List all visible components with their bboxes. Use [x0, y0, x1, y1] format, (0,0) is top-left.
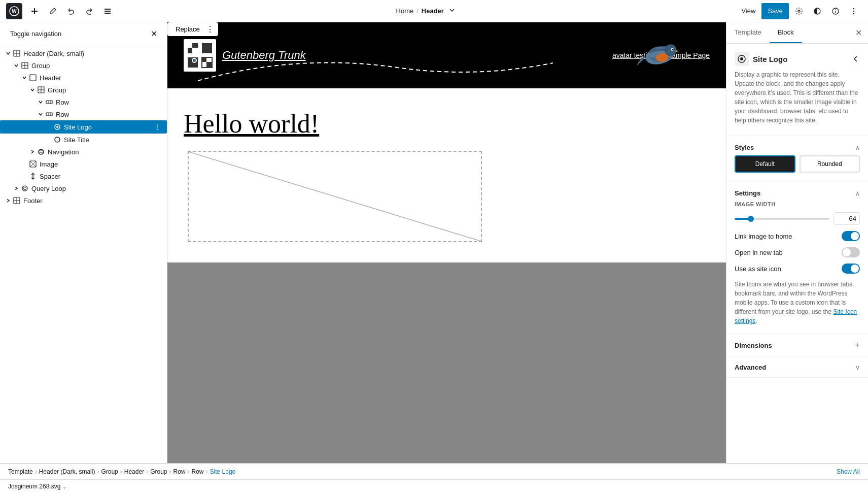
- breadcrumb-current[interactable]: Header: [422, 7, 444, 15]
- main-area: Toggle navigation ✕ Header (Dark, small)…: [0, 22, 868, 463]
- image-width-row: [735, 212, 860, 225]
- svg-rect-48: [188, 43, 192, 48]
- back-arrow-icon: [852, 55, 860, 63]
- link-image-home-row: Link image to home: [735, 231, 860, 241]
- expand-button-group-2[interactable]: [28, 86, 37, 94]
- item-label-spacer: Spacer: [40, 173, 60, 180]
- wp-logo[interactable]: W: [6, 3, 22, 19]
- info-button[interactable]: [827, 3, 844, 19]
- styles-section: Styles ∧ Default Rounded: [726, 136, 868, 181]
- theme-toggle-button[interactable]: [809, 3, 825, 19]
- breadcrumb-sep-2: ›: [120, 468, 122, 475]
- item-icon-site-logo: [53, 122, 62, 132]
- expand-button-header-dark-small[interactable]: [4, 49, 12, 57]
- image-width-input[interactable]: [834, 212, 860, 225]
- tree-item-group-2[interactable]: Group: [0, 84, 167, 96]
- font-bar-item[interactable]: Josgineum 268.svg ⌄: [8, 483, 66, 490]
- list-view-button[interactable]: [99, 3, 116, 19]
- svg-rect-24: [46, 101, 52, 104]
- svg-rect-27: [46, 113, 52, 116]
- svg-rect-51: [206, 62, 212, 68]
- use-site-icon-toggle[interactable]: [842, 264, 860, 274]
- undo-button[interactable]: [63, 3, 79, 19]
- tree-item-header-1[interactable]: Header: [0, 72, 167, 84]
- dimensions-section[interactable]: Dimensions +: [726, 334, 868, 357]
- styles-collapse-button[interactable]: ∧: [855, 144, 860, 151]
- settings-gear-button[interactable]: [791, 3, 807, 19]
- breadcrumb-item-3[interactable]: Header: [124, 468, 144, 475]
- link-image-toggle[interactable]: [842, 231, 860, 241]
- view-button[interactable]: View: [737, 5, 759, 17]
- tree-item-header-dark-small[interactable]: Header (Dark, small): [0, 47, 167, 59]
- bottom-font-bar: Josgineum 268.svg ⌄: [0, 479, 868, 493]
- settings-collapse-button[interactable]: ∧: [855, 190, 860, 197]
- canvas: Replace ⋮: [167, 22, 726, 463]
- toggle-navigation-button[interactable]: Toggle navigation: [6, 28, 65, 40]
- tree-item-site-title[interactable]: Site Title: [0, 134, 167, 146]
- breadcrumb-chevron-button[interactable]: [447, 6, 457, 16]
- tree-item-image[interactable]: Image: [0, 158, 167, 170]
- breadcrumb-item-5[interactable]: Row: [173, 468, 185, 475]
- dimensions-add-icon[interactable]: +: [854, 340, 860, 351]
- sidebar-close-button[interactable]: ✕: [147, 26, 161, 41]
- breadcrumb-sep-4: ›: [169, 468, 171, 475]
- image-width-slider[interactable]: [735, 218, 829, 220]
- item-label-site-logo: Site Logo: [64, 123, 92, 131]
- settings-label: Settings: [735, 189, 760, 197]
- advanced-section[interactable]: Advanced ∨: [726, 357, 868, 378]
- item-icon-header-1: [28, 73, 38, 82]
- expand-button-row-2[interactable]: [37, 110, 45, 118]
- save-button[interactable]: Save: [761, 3, 789, 19]
- tree-item-navigation[interactable]: Navigation: [0, 146, 167, 158]
- svg-point-11: [853, 8, 854, 9]
- breadcrumb-sep-3: ›: [146, 468, 148, 475]
- item-label-image: Image: [40, 160, 58, 168]
- expand-button-group-1[interactable]: [12, 61, 20, 70]
- breadcrumb-item-1[interactable]: Header (Dark, small): [39, 468, 95, 475]
- styles-row: Default Rounded: [735, 155, 860, 173]
- expand-button-header-1[interactable]: [20, 74, 28, 82]
- tree-item-row-1[interactable]: Row: [0, 96, 167, 108]
- breadcrumb-item-2[interactable]: Group: [101, 468, 118, 475]
- tree-item-group-1[interactable]: Group: [0, 59, 167, 72]
- expand-button-footer[interactable]: [4, 196, 12, 205]
- site-header: Gutenberg Trunk avatar testing Sample Pa…: [167, 22, 726, 88]
- item-label-header-1: Header: [40, 74, 61, 82]
- breadcrumb-item-6[interactable]: Row: [192, 468, 204, 475]
- replace-button[interactable]: Replace: [171, 24, 204, 34]
- add-block-button[interactable]: [26, 3, 43, 19]
- expand-button-site-logo: [45, 123, 53, 131]
- redo-button[interactable]: [81, 3, 97, 19]
- logo-area: Gutenberg Trunk: [184, 39, 306, 72]
- panel-close-button[interactable]: ✕: [849, 24, 868, 42]
- tree-item-row-2[interactable]: Row: [0, 108, 167, 120]
- breadcrumb-item-4[interactable]: Group: [150, 468, 167, 475]
- breadcrumb-item-7: Site Logo: [210, 468, 236, 475]
- style-default-button[interactable]: Default: [735, 155, 795, 173]
- expand-button-spacer: [20, 172, 28, 180]
- tree-item-footer[interactable]: Footer: [0, 194, 167, 207]
- bird-decoration: [635, 32, 685, 80]
- overflow-menu-button[interactable]: [846, 3, 862, 19]
- sidebar: Toggle navigation ✕ Header (Dark, small)…: [0, 22, 167, 463]
- item-icon-query-loop: [20, 184, 29, 193]
- tree-item-query-loop[interactable]: Query Loop: [0, 182, 167, 194]
- item-icon-row-1: [45, 97, 54, 107]
- tree-item-site-logo[interactable]: Site Logo⋮: [0, 120, 167, 134]
- expand-button-row-1[interactable]: [37, 98, 45, 106]
- expand-button-navigation[interactable]: [28, 148, 37, 156]
- tab-template[interactable]: Template: [726, 22, 770, 43]
- site-logo-image[interactable]: [184, 39, 216, 72]
- tree-item-spacer[interactable]: Spacer: [0, 170, 167, 182]
- show-all-button[interactable]: Show All: [837, 468, 860, 475]
- breadcrumb-home[interactable]: Home: [396, 7, 414, 15]
- breadcrumb-item-0[interactable]: Template: [8, 468, 33, 475]
- tab-block[interactable]: Block: [770, 22, 802, 43]
- item-label-site-title: Site Title: [64, 136, 89, 144]
- style-rounded-button[interactable]: Rounded: [800, 155, 860, 173]
- edit-button[interactable]: [45, 3, 61, 19]
- open-new-tab-toggle[interactable]: [842, 247, 860, 257]
- block-more-options-button[interactable]: ⋮: [206, 24, 214, 34]
- item-options-site-logo[interactable]: ⋮: [152, 122, 163, 132]
- expand-button-query-loop[interactable]: [12, 184, 20, 192]
